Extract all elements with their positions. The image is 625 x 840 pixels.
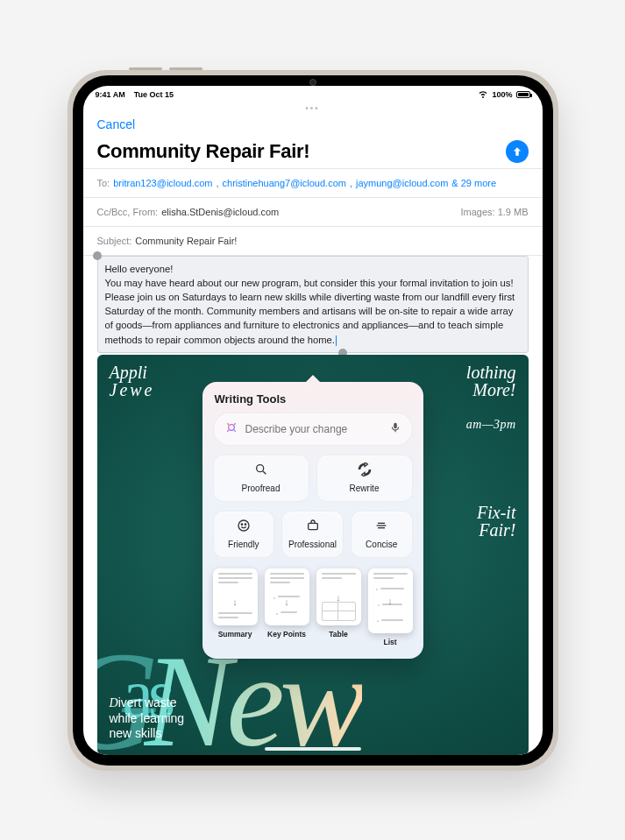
professional-button[interactable]: Professional xyxy=(281,511,344,558)
battery-icon xyxy=(516,91,530,98)
selected-text[interactable]: Hello everyone! You may have heard about… xyxy=(97,256,529,353)
text-caret xyxy=(336,335,337,346)
ccbcc-from-field[interactable]: Cc/Bcc, From: elisha.StDenis@icloud.com … xyxy=(83,198,543,226)
poster-caption: Divert waste while learning new skills xyxy=(110,695,185,740)
status-right: 100% xyxy=(478,88,529,101)
svg-line-6 xyxy=(234,430,235,431)
smile-icon xyxy=(237,519,251,533)
summary-thumb: ↓ xyxy=(213,568,258,625)
subject-label: Subject: xyxy=(97,236,132,246)
svg-point-13 xyxy=(245,524,245,525)
status-date: Tue Oct 15 xyxy=(134,90,174,99)
list-label: List xyxy=(368,638,413,646)
concise-button[interactable]: Concise xyxy=(351,511,413,558)
concise-label: Concise xyxy=(366,540,397,549)
svg-line-8 xyxy=(234,423,235,424)
rewrite-icon xyxy=(358,462,372,476)
to-recipient[interactable]: jaymung@icloud.com xyxy=(356,178,448,188)
poster-time: am—3pm xyxy=(466,418,516,432)
mic-icon[interactable] xyxy=(389,421,401,437)
send-button[interactable] xyxy=(506,140,529,163)
list-thumb: ↓ xyxy=(368,568,413,633)
to-label: To: xyxy=(97,178,110,188)
poster-caption-rest: ivert waste while learning new skills xyxy=(110,695,185,740)
proofread-button[interactable]: Proofread xyxy=(213,455,309,502)
keypoints-label: Key Points xyxy=(265,630,309,639)
ipad-bezel: 9:41 AM Tue Oct 15 100% ••• Cancel Commu… xyxy=(73,75,553,766)
magnifier-icon xyxy=(254,462,268,476)
selection-handle-start[interactable] xyxy=(93,251,102,260)
rewrite-button[interactable]: Rewrite xyxy=(316,455,413,502)
cancel-button[interactable]: Cancel xyxy=(97,117,529,131)
status-time: 9:41 AM xyxy=(96,90,125,99)
status-bar: 9:41 AM Tue Oct 15 100% xyxy=(83,86,543,103)
body-area[interactable]: Hello everyone! You may have heard about… xyxy=(83,256,543,353)
screen: 9:41 AM Tue Oct 15 100% ••• Cancel Commu… xyxy=(83,86,543,755)
rewrite-label: Rewrite xyxy=(350,484,380,493)
proofread-label: Proofread xyxy=(242,484,281,493)
friendly-label: Friendly xyxy=(228,540,259,549)
to-more[interactable]: & 29 more xyxy=(451,178,496,188)
sheet-grabber[interactable]: ••• xyxy=(83,103,543,116)
ipad-frame: 9:41 AM Tue Oct 15 100% ••• Cancel Commu… xyxy=(67,70,558,771)
writing-tools-title: Writing Tools xyxy=(215,392,411,406)
svg-line-10 xyxy=(263,471,266,474)
friendly-button[interactable]: Friendly xyxy=(213,511,275,558)
intelligence-icon xyxy=(224,420,238,438)
poster-text: Fix-it Fair! xyxy=(477,504,515,539)
keypoints-thumb: ↓ xyxy=(265,568,309,625)
poster-text: Appli Jewe xyxy=(110,364,155,399)
summary-option[interactable]: ↓ Summary xyxy=(213,568,258,646)
svg-line-5 xyxy=(227,423,228,424)
camera-dot xyxy=(309,79,316,86)
subject-value: Community Repair Fair! xyxy=(135,236,237,246)
list-option[interactable]: ↓ List xyxy=(368,568,413,646)
to-recipient[interactable]: britran123@icloud.com xyxy=(113,178,212,188)
writing-tools-popover: Writing Tools Proofread xyxy=(202,382,423,659)
wifi-icon xyxy=(478,88,488,101)
compose-header: Cancel Community Repair Fair! xyxy=(83,116,543,168)
compose-title: Community Repair Fair! xyxy=(97,140,310,163)
keypoints-option[interactable]: ↓ Key Points xyxy=(265,568,309,646)
home-indicator[interactable] xyxy=(265,747,361,751)
table-option[interactable]: ↓ Table xyxy=(316,568,361,646)
svg-point-11 xyxy=(238,520,249,531)
professional-label: Professional xyxy=(288,540,337,549)
body-greeting: Hello everyone! xyxy=(105,264,174,274)
describe-change-field[interactable] xyxy=(213,413,413,446)
svg-point-0 xyxy=(228,424,234,430)
status-left: 9:41 AM Tue Oct 15 xyxy=(96,90,174,99)
body-paragraph: You may have heard about our new program… xyxy=(105,278,515,345)
describe-change-input[interactable] xyxy=(245,423,382,435)
to-recipient[interactable]: christinehuang7@icloud.com xyxy=(223,178,346,188)
concise-icon xyxy=(374,519,388,533)
svg-point-12 xyxy=(241,524,242,525)
summary-label: Summary xyxy=(213,630,258,639)
subject-field[interactable]: Subject: Community Repair Fair! xyxy=(83,227,543,255)
battery-percent: 100% xyxy=(492,90,512,99)
briefcase-icon xyxy=(306,519,320,533)
images-label: Images: xyxy=(460,207,494,217)
to-field[interactable]: To: britran123@icloud.com, christinehuan… xyxy=(83,169,543,197)
svg-line-7 xyxy=(227,430,228,431)
popover-arrow xyxy=(305,375,321,383)
table-thumb: ↓ xyxy=(316,568,361,625)
arrow-up-icon xyxy=(511,145,523,158)
svg-point-9 xyxy=(256,464,263,471)
from-address: elisha.StDenis@icloud.com xyxy=(161,207,279,217)
images-size: 1.9 MB xyxy=(498,207,529,217)
ccbcc-label: Cc/Bcc, From: xyxy=(97,207,159,217)
svg-rect-14 xyxy=(308,523,317,529)
poster-text: lothing More! xyxy=(466,364,516,399)
table-label: Table xyxy=(316,630,361,639)
